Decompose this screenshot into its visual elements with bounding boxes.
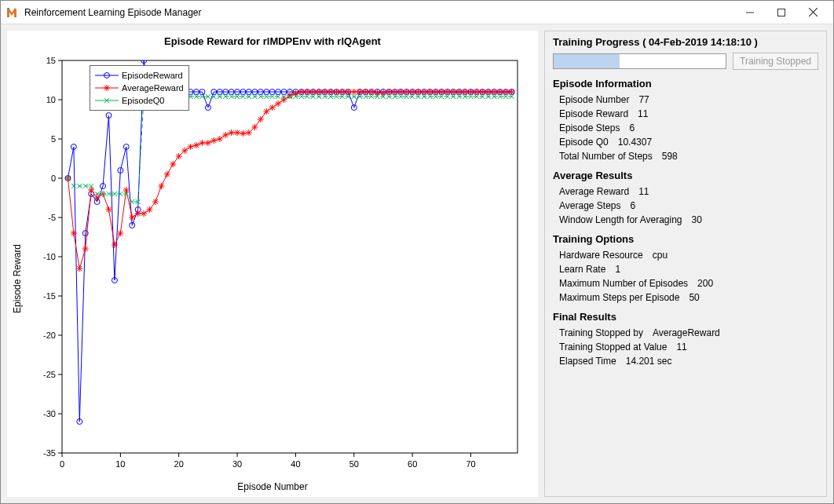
episode-info-rows: Episode Number77Episode Reward11Episode … <box>553 93 818 163</box>
info-row: Total Number of Steps598 <box>553 149 818 163</box>
info-label: Learn Rate <box>559 264 605 275</box>
info-value: 200 <box>697 278 713 289</box>
section-episode-info: Episode Information <box>553 78 818 89</box>
svg-rect-1 <box>7 8 9 9</box>
info-value: 11 <box>638 108 648 119</box>
info-label: Training Stopped at Value <box>559 341 667 352</box>
legend-item-2: EpisodeQ0 <box>122 96 164 105</box>
info-label: Elapsed Time <box>559 356 616 367</box>
info-row: Training Stopped byAverageReward <box>553 326 818 340</box>
average-results-rows: Average Reward11Average Steps6Window Len… <box>553 184 818 227</box>
info-row: Training Stopped at Value11 <box>553 340 818 354</box>
svg-text:-20: -20 <box>43 331 56 340</box>
info-value: 1 <box>615 264 620 275</box>
content-area: Episode Reward for rlMDPEnv with rlQAgen… <box>1 24 833 503</box>
side-panel: Training Progress ( 04-Feb-2019 14:18:10… <box>544 31 827 497</box>
info-value: AverageReward <box>653 327 720 338</box>
info-label: Episode Q0 <box>559 137 609 148</box>
svg-rect-6 <box>62 60 518 453</box>
info-label: Average Steps <box>559 200 621 211</box>
training-stop-button[interactable]: Training Stopped <box>733 53 818 70</box>
info-value: 50 <box>689 292 699 303</box>
info-row: Maximum Number of Episodes200 <box>553 276 818 290</box>
svg-text:10: 10 <box>46 95 56 104</box>
info-label: Maximum Number of Episodes <box>559 278 688 289</box>
info-value: 6 <box>631 200 636 211</box>
svg-text:0: 0 <box>51 173 56 183</box>
info-row: Learn Rate1 <box>553 262 818 276</box>
legend-item-1: AverageReward <box>122 83 184 93</box>
svg-text:50: 50 <box>349 459 359 469</box>
section-training-options: Training Options <box>553 233 818 245</box>
info-row: Episode Q010.4307 <box>553 135 818 149</box>
svg-text:0: 0 <box>60 459 64 469</box>
svg-text:20: 20 <box>174 459 184 469</box>
window-title: Reinforcement Learning Episode Manager <box>24 7 734 18</box>
info-value: 77 <box>638 94 649 105</box>
maximize-button[interactable] <box>766 2 797 24</box>
info-label: Episode Reward <box>559 108 628 119</box>
info-row: Maximum Steps per Episode50 <box>553 290 818 305</box>
info-label: Window Length for Averaging <box>559 214 682 225</box>
info-row: Average Steps6 <box>553 199 818 213</box>
section-average-results: Average Results <box>553 170 818 181</box>
training-progress-header: Training Progress ( 04-Feb-2019 14:18:10… <box>553 36 818 48</box>
chart-panel: Episode Reward for rlMDPEnv with rlQAgen… <box>7 31 538 497</box>
svg-text:30: 30 <box>232 459 242 469</box>
info-row: Window Length for Averaging30 <box>553 213 818 227</box>
svg-text:-15: -15 <box>43 291 56 301</box>
section-final-results: Final Results <box>553 311 818 323</box>
chart-legend[interactable]: EpisodeReward AverageReward EpisodeQ0 <box>90 65 189 111</box>
info-row: Average Reward11 <box>553 184 818 199</box>
svg-text:-10: -10 <box>43 252 56 261</box>
info-value: 14.201 sec <box>626 356 672 367</box>
info-value: 10.4307 <box>618 137 652 148</box>
y-axis-label: Episode Reward <box>12 244 23 313</box>
svg-text:40: 40 <box>291 459 300 469</box>
info-label: Episode Number <box>559 94 629 105</box>
svg-text:60: 60 <box>408 459 417 469</box>
training-options-rows: Hardware ResourcecpuLearn Rate1Maximum N… <box>553 248 818 305</box>
svg-text:-30: -30 <box>43 409 56 418</box>
final-results-rows: Training Stopped byAverageRewardTraining… <box>553 326 818 368</box>
x-axis-label: Episode Number <box>237 481 307 492</box>
info-row: Episode Number77 <box>553 93 818 107</box>
info-row: Episode Reward11 <box>553 107 818 121</box>
info-row: Hardware Resourcecpu <box>553 248 818 262</box>
titlebar: Reinforcement Learning Episode Manager <box>1 1 833 24</box>
info-value: cpu <box>653 250 668 261</box>
progress-fill <box>554 54 620 68</box>
info-value: 598 <box>662 151 678 162</box>
info-label: Episode Steps <box>559 122 620 133</box>
info-label: Hardware Resource <box>559 250 643 261</box>
svg-rect-3 <box>778 9 785 16</box>
svg-text:-25: -25 <box>43 370 56 379</box>
legend-item-0: EpisodeReward <box>122 71 183 80</box>
info-label: Total Number of Steps <box>559 151 653 162</box>
chart-plot: 010203040506070-35-30-25-20-15-10-505101… <box>7 45 533 492</box>
svg-text:15: 15 <box>46 56 56 65</box>
svg-text:-5: -5 <box>48 213 56 222</box>
info-value: 6 <box>629 122 635 133</box>
progress-bar <box>553 53 726 69</box>
info-value: 11 <box>638 186 649 197</box>
info-value: 30 <box>692 214 702 225</box>
svg-text:-35: -35 <box>43 448 56 458</box>
app-icon <box>5 6 18 19</box>
svg-text:5: 5 <box>51 134 56 144</box>
svg-text:70: 70 <box>466 459 475 469</box>
close-button[interactable] <box>797 2 829 24</box>
minimize-button[interactable] <box>734 2 766 24</box>
svg-text:10: 10 <box>115 459 125 469</box>
info-row: Elapsed Time14.201 sec <box>553 354 818 368</box>
info-label: Average Reward <box>559 186 629 197</box>
info-label: Maximum Steps per Episode <box>559 292 679 303</box>
info-row: Episode Steps6 <box>553 121 818 135</box>
info-value: 11 <box>676 341 686 352</box>
info-label: Training Stopped by <box>559 327 643 338</box>
